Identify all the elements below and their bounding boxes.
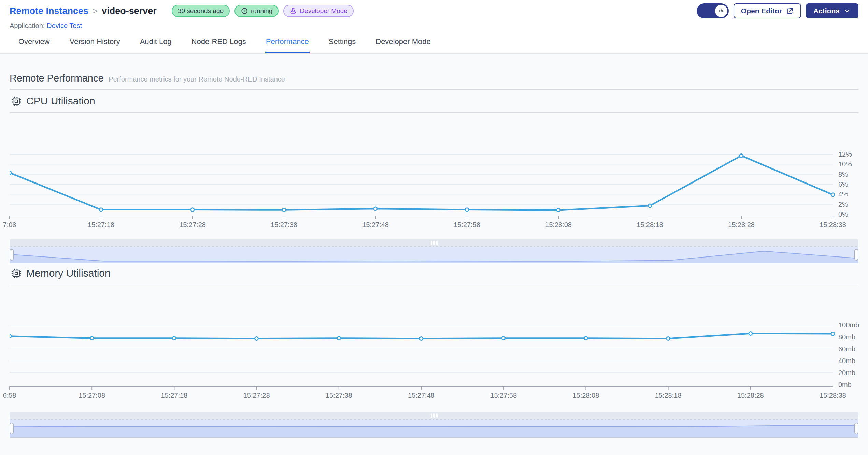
breadcrumb-separator: >	[93, 6, 98, 16]
tab-developer-mode[interactable]: Developer Mode	[375, 37, 431, 53]
svg-text:12%: 12%	[838, 150, 852, 158]
svg-text:15:28:08: 15:28:08	[545, 221, 572, 229]
svg-text:6:58: 6:58	[3, 392, 16, 399]
memory-section: Memory Utilisation 6:5815:27:0815:27:181…	[10, 263, 858, 438]
svg-text:6%: 6%	[838, 180, 848, 188]
cpu-chart: 7:0815:27:1815:27:2815:27:3815:27:4815:2…	[10, 120, 858, 230]
svg-text:0mb: 0mb	[838, 381, 852, 388]
tab-node-red-logs[interactable]: Node-RED Logs	[191, 37, 247, 53]
cpu-brush-drag-bar[interactable]	[10, 239, 858, 247]
svg-text:15:27:58: 15:27:58	[490, 392, 517, 399]
svg-text:0%: 0%	[838, 210, 848, 218]
memory-section-header: Memory Utilisation	[10, 263, 858, 284]
svg-text:15:27:38: 15:27:38	[271, 221, 297, 229]
svg-text:15:27:48: 15:27:48	[408, 392, 435, 399]
memory-brush-handle-left[interactable]	[10, 423, 14, 434]
page-subtitle: Performance metrics for your Remote Node…	[109, 75, 285, 83]
page-header: Remote Instances > video-server 30 secon…	[0, 0, 868, 54]
open-editor-label: Open Editor	[741, 7, 782, 15]
memory-brush-handle-right[interactable]	[854, 423, 858, 434]
svg-text:15:27:18: 15:27:18	[161, 392, 187, 399]
svg-text:15:28:38: 15:28:38	[820, 392, 846, 399]
developer-mode-toggle[interactable]	[697, 3, 729, 18]
application-row: Application: Device Test	[0, 18, 868, 30]
running-status-label: running	[251, 7, 272, 15]
cpu-section-header: CPU Utilisation	[10, 90, 858, 113]
cpu-section: CPU Utilisation 7:0815:27:1815:27:2815:2…	[10, 90, 858, 263]
svg-text:20mb: 20mb	[838, 369, 855, 377]
open-editor-button[interactable]: Open Editor	[734, 3, 801, 18]
application-link[interactable]: Device Test	[47, 22, 82, 29]
svg-text:8%: 8%	[838, 171, 848, 178]
cpu-chip-icon	[11, 96, 22, 106]
last-seen-badge: 30 seconds ago	[172, 5, 230, 17]
tab-performance[interactable]: Performance	[265, 37, 310, 53]
svg-text:15:28:28: 15:28:28	[728, 221, 755, 229]
svg-text:100mb: 100mb	[838, 321, 859, 329]
memory-section-title: Memory Utilisation	[26, 267, 111, 279]
svg-text:15:28:18: 15:28:18	[637, 221, 663, 229]
header-actions: Open Editor Actions	[697, 3, 858, 18]
cpu-brush-handle-left[interactable]	[10, 249, 14, 261]
performance-page: Remote Performance Performance metrics f…	[0, 54, 868, 455]
svg-text:15:27:08: 15:27:08	[79, 392, 105, 399]
svg-text:15:28:38: 15:28:38	[820, 221, 846, 229]
status-badges: 30 seconds ago running Developer Mode	[172, 5, 354, 17]
toggle-knob	[715, 5, 727, 17]
svg-text:10%: 10%	[838, 160, 852, 168]
svg-text:60mb: 60mb	[838, 345, 855, 353]
svg-text:2%: 2%	[838, 201, 848, 208]
running-status-badge: running	[234, 5, 279, 17]
svg-text:15:27:18: 15:27:18	[88, 221, 114, 229]
actions-label: Actions	[813, 7, 840, 15]
svg-text:80mb: 80mb	[838, 333, 855, 341]
page-title-row: Remote Performance Performance metrics f…	[10, 54, 858, 90]
memory-brush-drag-bar[interactable]	[10, 412, 858, 420]
breadcrumb: Remote Instances > video-server	[10, 6, 157, 16]
memory-brush-track[interactable]	[10, 420, 858, 437]
tab-audit-log[interactable]: Audit Log	[139, 37, 172, 53]
svg-text:15:28:08: 15:28:08	[572, 392, 599, 399]
page-title: Remote Performance	[10, 73, 104, 84]
svg-text:15:28:18: 15:28:18	[655, 392, 682, 399]
brush-grip-icon[interactable]	[431, 241, 438, 245]
code-icon	[717, 7, 725, 15]
cpu-brush-handle-right[interactable]	[854, 249, 858, 261]
svg-text:15:28:28: 15:28:28	[737, 392, 764, 399]
tab-overview[interactable]: Overview	[18, 37, 51, 53]
developer-mode-label: Developer Mode	[300, 7, 347, 15]
cpu-chip-icon	[11, 268, 22, 279]
cpu-section-title: CPU Utilisation	[26, 95, 95, 107]
tab-version-history[interactable]: Version History	[69, 37, 121, 53]
external-link-icon	[786, 7, 794, 15]
tab-settings[interactable]: Settings	[328, 37, 357, 53]
last-seen-label: 30 seconds ago	[178, 7, 224, 15]
breadcrumb-parent-link[interactable]: Remote Instances	[10, 6, 88, 16]
memory-chart: 6:5815:27:0815:27:1815:27:2815:27:3815:2…	[10, 291, 858, 400]
svg-text:4%: 4%	[838, 190, 848, 198]
svg-text:7:08: 7:08	[3, 221, 16, 229]
application-label: Application:	[10, 22, 45, 29]
chevron-down-icon	[843, 7, 851, 15]
tab-bar: OverviewVersion HistoryAudit LogNode-RED…	[0, 30, 868, 53]
play-circle-icon	[241, 7, 248, 15]
svg-text:15:27:28: 15:27:28	[179, 221, 206, 229]
cpu-chart-brush[interactable]	[10, 239, 858, 263]
app: Remote Instances > video-server 30 secon…	[0, 0, 868, 455]
svg-text:15:27:48: 15:27:48	[362, 221, 389, 229]
svg-text:15:27:38: 15:27:38	[326, 392, 352, 399]
breadcrumb-current: video-server	[102, 6, 157, 16]
svg-text:40mb: 40mb	[838, 357, 855, 365]
header-top-row: Remote Instances > video-server 30 secon…	[0, 0, 868, 18]
developer-mode-badge: Developer Mode	[283, 5, 353, 17]
svg-text:15:27:28: 15:27:28	[243, 392, 270, 399]
memory-chart-brush[interactable]	[10, 412, 858, 438]
actions-button[interactable]: Actions	[806, 3, 858, 18]
flask-icon	[289, 7, 297, 15]
brush-grip-icon[interactable]	[431, 413, 438, 418]
svg-text:15:27:58: 15:27:58	[454, 221, 480, 229]
cpu-brush-track[interactable]	[10, 247, 858, 263]
